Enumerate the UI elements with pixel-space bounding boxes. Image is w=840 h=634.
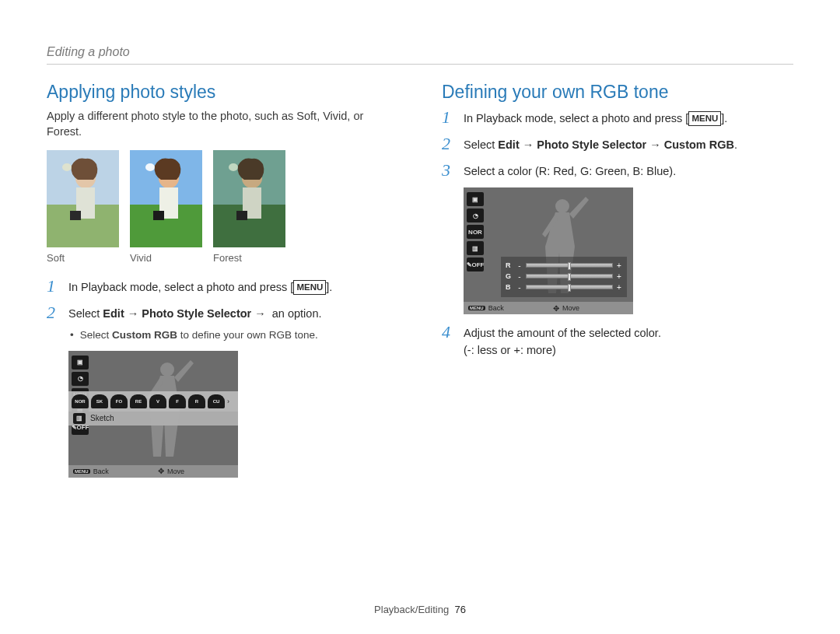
slider-label-g: G — [506, 272, 513, 280]
style-selected-icon: ▥ — [73, 413, 86, 424]
style-selected-label: Sketch — [90, 414, 114, 422]
slider-label-r: R — [506, 261, 513, 269]
lcd-footer-move: Move — [562, 304, 579, 312]
slider-track-r — [526, 263, 613, 268]
lcd-icon: ▥ — [467, 241, 484, 255]
step-number: 1 — [442, 109, 456, 126]
style-scroll-indicator: › — [227, 398, 232, 405]
style-icon: NOR — [72, 394, 89, 408]
slider-thumb-b — [568, 284, 571, 292]
right-column: Defining your own RGB tone 1 In Playback… — [442, 82, 793, 478]
thumb-label-forest: Forest — [213, 252, 285, 264]
intro-text: Apply a different photo style to the pho… — [47, 109, 398, 139]
svg-point-18 — [160, 363, 174, 377]
slider-label-b: B — [506, 283, 513, 291]
style-icon: RE — [130, 394, 147, 408]
page-footer: Playback/Editing 76 — [0, 604, 840, 615]
style-icon: V — [149, 394, 166, 408]
style-icon: R — [188, 394, 205, 408]
lcd-footer-move: Move — [167, 468, 184, 475]
step-number: 1 — [47, 278, 61, 295]
step-2-text: Select EditPhoto Style SelectorCustom RG… — [464, 135, 737, 154]
step-1-text: In Playback mode, select a photo and pre… — [68, 278, 332, 296]
menu-badge: MENU — [293, 280, 326, 295]
step-1-text: In Playback mode, select a photo and pre… — [464, 109, 727, 128]
svg-point-8 — [145, 163, 155, 171]
lcd-icon: ✎OFF — [467, 257, 484, 271]
style-icon: SK — [91, 394, 108, 408]
thumb-forest — [213, 150, 285, 247]
thumb-soft — [47, 150, 119, 247]
svg-rect-17 — [236, 211, 247, 220]
heading-defining-rgb: Defining your own RGB tone — [442, 82, 793, 103]
step-number: 4 — [442, 324, 456, 341]
style-thumbnails — [47, 150, 398, 247]
rgb-sliders: R - + G - + B - + — [501, 257, 627, 297]
step-number: 2 — [442, 135, 456, 152]
svg-point-14 — [229, 163, 238, 171]
lcd-icon: ▣ — [467, 192, 484, 206]
slider-track-b — [526, 285, 613, 289]
lcd-footer-back: Back — [488, 304, 504, 312]
left-column: Applying photo styles Apply a different … — [47, 82, 398, 478]
style-icon: CU — [208, 394, 225, 408]
lcd-icon: ◔ — [467, 208, 484, 222]
step-number: 3 — [442, 162, 456, 179]
lcd-icon: ◔ — [72, 372, 89, 386]
slider-thumb-r — [568, 262, 571, 270]
step-2-text: Select EditPhoto Style Selector an optio… — [68, 304, 321, 343]
lcd-photo-style: ▣ ◔ NOR ▥ ✎OFF NOR SK FO RE V F R C — [68, 351, 238, 478]
lcd-icon: ▣ — [72, 356, 89, 370]
thumb-label-vivid: Vivid — [130, 252, 202, 264]
slider-thumb-g — [568, 273, 571, 281]
lcd-footer-back: Back — [93, 468, 109, 475]
breadcrumb: Editing a photo — [47, 45, 793, 65]
lcd-rgb: ▣ ◔ NOR ▥ ✎OFF R - + G - — [464, 187, 633, 314]
svg-point-2 — [62, 163, 72, 171]
style-icon: F — [169, 394, 186, 408]
style-icon: FO — [110, 394, 128, 408]
step-number: 2 — [47, 304, 61, 321]
lcd-icon: NOR — [467, 225, 484, 239]
heading-applying-photo-styles: Applying photo styles — [47, 82, 398, 103]
svg-point-19 — [555, 199, 569, 213]
menu-badge: MENU — [688, 111, 721, 126]
step-4-text: Adjust the amount of the selected color.… — [464, 324, 661, 359]
thumb-label-soft: Soft — [47, 252, 119, 264]
lcd-style-strip: NOR SK FO RE V F R CU › ▥ Sketch — [68, 391, 238, 426]
svg-rect-11 — [153, 211, 164, 220]
menu-mini-icon: MENU — [73, 469, 90, 474]
step-3-text: Select a color (R: Red, G: Green, B: Blu… — [464, 162, 676, 180]
slider-track-g — [526, 274, 613, 278]
move-icon: ✥ — [158, 467, 164, 475]
thumb-vivid — [130, 150, 202, 247]
menu-mini-icon: MENU — [468, 306, 485, 310]
thumb-labels: Soft Vivid Forest — [47, 252, 398, 264]
move-icon: ✥ — [553, 304, 559, 313]
svg-rect-5 — [70, 211, 81, 220]
